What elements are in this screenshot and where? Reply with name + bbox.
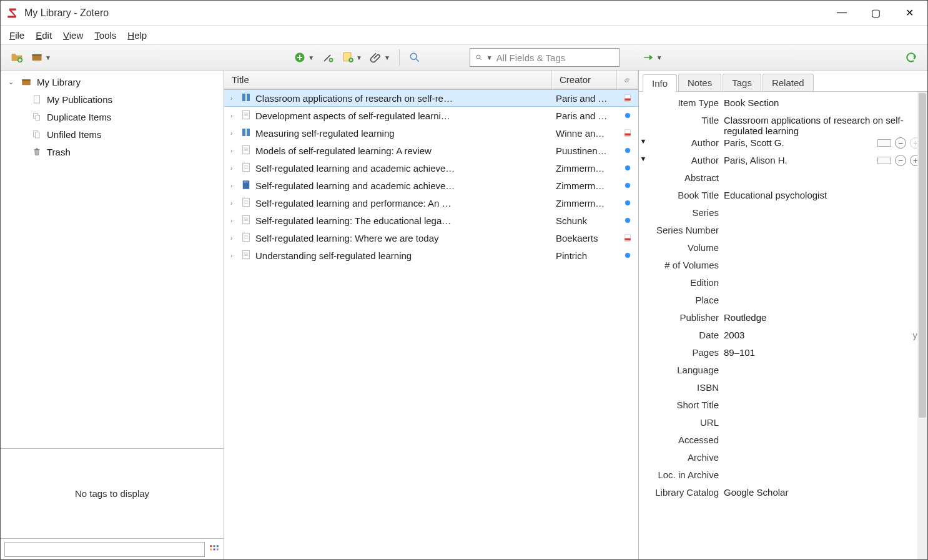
twisty-icon[interactable]: › [230, 182, 237, 189]
column-headers: Title Creator [224, 71, 638, 89]
item-row[interactable]: ›Measuring self-regulated learningWinne … [224, 124, 638, 142]
item-row[interactable]: ›Development aspects of self-regulated l… [224, 107, 638, 124]
svg-rect-7 [34, 96, 39, 103]
item-attachment-indicator [617, 218, 638, 223]
field-label-author[interactable]: Author [648, 155, 724, 165]
new-library-button[interactable]: ▼ [29, 50, 52, 65]
item-row[interactable]: ›Models of self-regulated learning: A re… [224, 142, 638, 159]
twisty-icon[interactable]: › [230, 165, 237, 172]
library-icon [21, 76, 32, 87]
item-row[interactable]: ›Understanding self-regulated learningPi… [224, 247, 638, 264]
new-note-button[interactable]: ▼ [340, 50, 363, 65]
close-button[interactable]: ✕ [901, 7, 917, 19]
tab-related[interactable]: Related [763, 74, 814, 91]
field-label-language: Language [648, 365, 724, 375]
tag-filter-input[interactable] [4, 542, 205, 557]
field-label-author[interactable]: Author [648, 137, 724, 148]
svg-rect-27 [243, 198, 250, 207]
item-row[interactable]: ›Self-regulated learning and academic ac… [224, 177, 638, 194]
arrow-right-icon [642, 51, 654, 64]
new-item-button[interactable]: ▼ [292, 50, 315, 65]
field-value-title[interactable]: Classroom applications of research on se… [724, 115, 921, 136]
field-value-author2[interactable]: Paris, Alison H. [724, 155, 877, 165]
details-scrollbar[interactable] [917, 92, 927, 559]
field-value-author1[interactable]: Paris, Scott G. [724, 137, 877, 148]
add-by-identifier-button[interactable] [320, 50, 335, 65]
twisty-icon[interactable]: › [230, 147, 237, 154]
tag-options-icon[interactable] [209, 544, 220, 555]
creator-twisty-icon[interactable]: ▼ [639, 137, 648, 145]
menu-help[interactable]: Help [127, 30, 147, 41]
search-input[interactable] [496, 52, 614, 63]
item-row[interactable]: ›Self-regulated learning: Where we are t… [224, 229, 638, 247]
scrollbar-thumb[interactable] [919, 93, 926, 418]
field-value-library-catalog[interactable]: Google Scholar [724, 487, 921, 498]
advanced-search-button[interactable] [407, 50, 422, 65]
field-label-accessed: Accessed [648, 435, 724, 445]
field-label-num-volumes: # of Volumes [648, 260, 724, 270]
twisty-icon[interactable]: ⌄ [8, 78, 16, 86]
sidebar-item-label: My Publications [47, 94, 112, 105]
item-type-icon [240, 179, 252, 192]
item-type-icon [240, 214, 252, 227]
library-root[interactable]: ⌄ My Library [1, 73, 224, 91]
field-label-series: Series [648, 207, 724, 218]
twisty-icon[interactable]: › [230, 112, 237, 119]
twisty-icon[interactable]: › [230, 130, 237, 137]
menu-tools[interactable]: Tools [94, 30, 116, 41]
tab-notes[interactable]: Notes [678, 74, 721, 91]
twisty-icon[interactable]: › [230, 235, 237, 242]
item-row[interactable]: ›Classroom applications of research on s… [224, 89, 638, 107]
twisty-icon[interactable]: › [230, 252, 237, 259]
new-collection-button[interactable] [9, 50, 24, 65]
twisty-icon[interactable]: › [230, 95, 237, 102]
swap-names-button[interactable] [877, 139, 891, 147]
field-value-date[interactable]: 2003 [724, 330, 913, 340]
column-attachment[interactable] [617, 71, 638, 89]
swap-names-button[interactable] [877, 157, 891, 164]
field-value-pages[interactable]: 89–101 [724, 347, 921, 358]
item-type-icon [240, 197, 252, 210]
maximize-button[interactable]: ▢ [867, 7, 884, 19]
tab-tags[interactable]: Tags [723, 74, 761, 91]
column-creator[interactable]: Creator [552, 71, 617, 89]
menu-edit[interactable]: Edit [36, 30, 52, 41]
column-title[interactable]: Title [224, 71, 552, 89]
item-row[interactable]: ›Self-regulated learning and performance… [224, 194, 638, 212]
item-creator: Boekaerts [552, 233, 617, 243]
menu-view[interactable]: View [63, 30, 83, 41]
field-value-publisher[interactable]: Routledge [724, 312, 921, 323]
field-value-book-title[interactable]: Educational psychologist [724, 190, 921, 200]
field-value-item-type[interactable]: Book Section [724, 97, 921, 108]
sidebar-unfiled-items[interactable]: Unfiled Items [1, 125, 224, 143]
svg-rect-26 [244, 181, 249, 182]
menu-file[interactable]: File [9, 30, 24, 41]
plus-circle-icon [294, 51, 306, 64]
twisty-icon[interactable]: › [230, 200, 237, 207]
remove-creator-button[interactable]: − [895, 137, 906, 149]
sync-button[interactable] [904, 50, 919, 65]
quick-search[interactable]: ▼ [470, 48, 619, 67]
sidebar-duplicate-items[interactable]: Duplicate Items [1, 108, 224, 125]
svg-rect-23 [243, 145, 250, 154]
svg-rect-12 [210, 545, 212, 547]
item-attachment-indicator [617, 183, 638, 188]
minimize-button[interactable]: — [834, 7, 850, 19]
field-label-library-catalog: Library Catalog [648, 487, 724, 498]
twisty-icon[interactable]: › [230, 217, 237, 224]
creator-twisty-icon[interactable]: ▼ [639, 155, 648, 162]
main-body: ⌄ My Library My Publications Duplicate I… [1, 71, 927, 559]
item-creator: Winne an… [552, 128, 617, 139]
item-type-icon [240, 92, 252, 105]
tab-info[interactable]: Info [643, 74, 677, 92]
menubar: File Edit View Tools Help [1, 26, 927, 44]
locate-button[interactable]: ▼ [641, 50, 664, 65]
item-row[interactable]: ›Self-regulated learning: The educationa… [224, 212, 638, 229]
add-attachment-button[interactable]: ▼ [368, 50, 392, 65]
svg-rect-24 [243, 163, 250, 172]
sidebar-trash[interactable]: Trash [1, 143, 224, 160]
search-mode-caret-icon[interactable]: ▼ [486, 54, 493, 61]
sidebar-my-publications[interactable]: My Publications [1, 91, 224, 108]
remove-creator-button[interactable]: − [895, 155, 906, 166]
item-row[interactable]: ›Self-regulated learning and academic ac… [224, 159, 638, 177]
